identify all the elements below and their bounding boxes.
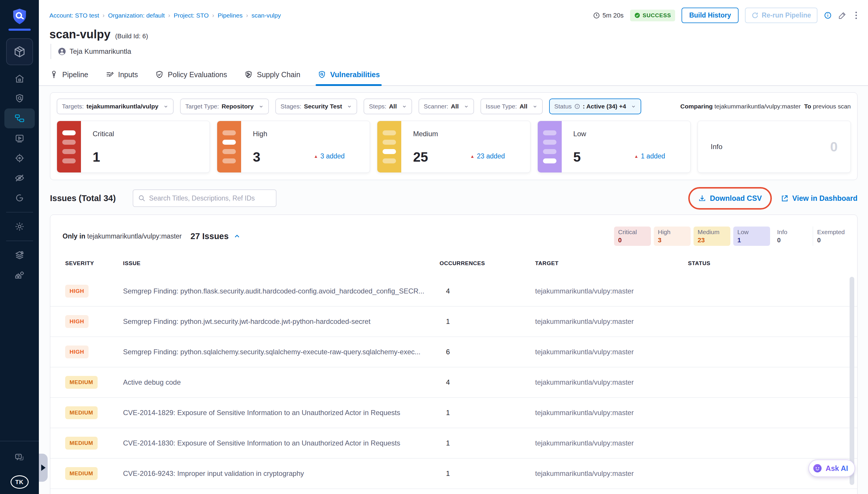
occurrences-value: 1: [440, 439, 535, 447]
sidebar-item-scan-shield[interactable]: [4, 89, 35, 109]
build-history-button[interactable]: Build History: [681, 7, 738, 23]
main-content: Account: STO test›Organization: default›…: [39, 0, 868, 494]
table-row[interactable]: MEDIUM CVE-2014-1830: Exposure of Sensit…: [50, 428, 857, 459]
chip-medium[interactable]: Medium 23: [694, 227, 730, 246]
chevron-down-icon: [259, 104, 264, 109]
harness-sto-logo[interactable]: [8, 7, 31, 31]
breadcrumb-separator: ›: [212, 12, 214, 19]
severity-badge: HIGH: [65, 315, 89, 328]
tab-inputs[interactable]: Inputs: [105, 64, 138, 86]
issue-title: Semgrep Finding: python.flask.security.a…: [123, 287, 440, 295]
column-header-occurrences: OCCURRENCES: [440, 260, 535, 267]
divider: [0, 441, 39, 441]
breadcrumb-separator: ›: [168, 12, 170, 19]
ask-ai-button[interactable]: Ask AI: [808, 459, 855, 477]
clock-icon: [593, 12, 600, 19]
issue-title: CVE-2016-9243: Improper input validation…: [123, 470, 440, 478]
edit-pencil-icon[interactable]: [838, 11, 847, 20]
filter-scanner[interactable]: Scanner: All: [419, 98, 474, 114]
filter-stages[interactable]: Stages: Security Test: [275, 98, 358, 114]
severity-card-info[interactable]: Info 0: [698, 121, 851, 173]
severity-badge: MEDIUM: [65, 467, 98, 480]
table-row[interactable]: MEDIUM CVE-2017-11424: PyJWT: key confus…: [50, 489, 857, 494]
sidebar-item-org-settings[interactable]: [4, 265, 35, 285]
severity-card-medium[interactable]: Medium 25 ▲ 23 added: [377, 121, 530, 173]
user-avatar[interactable]: TK: [11, 475, 28, 489]
severity-badge: MEDIUM: [65, 437, 98, 450]
sidebar-expand-handle[interactable]: [39, 454, 47, 482]
issues-panel: Only in tejakummarikuntla/vulpy:master 2…: [50, 214, 857, 494]
help-chat-icon[interactable]: ?: [4, 448, 35, 468]
download-csv-button[interactable]: Download CSV: [698, 194, 762, 203]
column-header-severity: SEVERITY: [65, 260, 123, 267]
sidebar-item-default-settings[interactable]: [4, 245, 35, 265]
chevron-down-icon: [631, 104, 636, 109]
svg-text:?: ?: [17, 454, 20, 459]
filter-targets[interactable]: Targets: tejakummarikuntla/vulpy: [57, 98, 174, 114]
table-row[interactable]: MEDIUM CVE-2014-1829: Exposure of Sensit…: [50, 398, 857, 428]
sidebar-item-eye-off[interactable]: [4, 168, 35, 188]
target-value: tejakummarikuntla/vulpy:master: [535, 408, 688, 417]
search-input[interactable]: [149, 194, 271, 202]
occurrences-value: 1: [440, 318, 535, 326]
sidebar-item-targets[interactable]: [4, 148, 35, 168]
filter-steps[interactable]: Steps: All: [364, 98, 412, 114]
top-controls: 5m 20s SUCCESS Build History Re-run Pipe…: [593, 7, 859, 23]
table-row[interactable]: HIGH Semgrep Finding: python.sqlalchemy.…: [50, 337, 857, 367]
chip-low[interactable]: Low 1: [733, 227, 770, 246]
info-icon[interactable]: [824, 12, 832, 19]
table-row[interactable]: MEDIUM Active debug code 4 tejakummariku…: [50, 367, 857, 398]
comparing-text: Comparing tejakummarikuntla/vulpy:master…: [680, 103, 851, 110]
divider: [6, 212, 33, 212]
severity-card-high[interactable]: High 3 ▲ 3 added: [217, 121, 370, 173]
module-selector[interactable]: [6, 38, 33, 65]
chevron-down-icon: [533, 104, 538, 109]
ask-ai-label: Ask AI: [826, 464, 848, 473]
sidebar-item-home[interactable]: [4, 69, 35, 89]
view-in-dashboard-button[interactable]: View in Dashboard: [780, 194, 857, 203]
tab-pipeline[interactable]: Pipeline: [50, 64, 88, 86]
search-icon: [138, 194, 146, 202]
kebab-menu-icon[interactable]: [853, 11, 859, 20]
filter-status[interactable]: Status : Active (34) +4: [549, 98, 641, 114]
chip-exempted[interactable]: Exempted 0: [813, 227, 850, 246]
occurrences-value: 6: [440, 348, 535, 356]
chip-high[interactable]: High 3: [654, 227, 691, 246]
scrollbar-thumb[interactable]: [850, 277, 854, 485]
breadcrumb: Account: STO test›Organization: default›…: [50, 12, 281, 19]
sidebar-item-settings[interactable]: [4, 216, 35, 236]
breadcrumb-link[interactable]: Pipelines: [218, 12, 243, 19]
filter-targettype[interactable]: Target Type: Repository: [180, 98, 269, 114]
breadcrumb-link[interactable]: Account: STO test: [50, 12, 99, 19]
sidebar-item-executions[interactable]: [4, 128, 35, 148]
added-delta: ▲ 3 added: [314, 152, 345, 160]
severity-card-critical[interactable]: Critical 1: [57, 121, 210, 173]
filter-issuetype[interactable]: Issue Type: All: [480, 98, 543, 114]
inputs-icon: [105, 70, 114, 79]
table-row[interactable]: MEDIUM CVE-2016-9243: Improper input val…: [50, 459, 857, 489]
build-id: (Build Id: 6): [115, 33, 148, 40]
external-link-icon: [780, 194, 789, 202]
logo-underline: [8, 28, 31, 31]
tab-vulnerabilities[interactable]: Vulnerabilities: [317, 64, 380, 86]
table-row[interactable]: HIGH Semgrep Finding: python.flask.secur…: [50, 276, 857, 307]
issue-title: CVE-2014-1830: Exposure of Sensitive Inf…: [123, 439, 440, 447]
severity-badge: MEDIUM: [65, 406, 98, 419]
filters-card: Targets: tejakummarikuntla/vulpy Target …: [50, 92, 857, 180]
chip-info[interactable]: Info 0: [773, 227, 810, 246]
breadcrumb-link[interactable]: scan-vulpy: [252, 12, 281, 19]
issues-search[interactable]: [133, 189, 276, 207]
tab-policy-evaluations[interactable]: Policy Evaluations: [155, 64, 227, 86]
rerun-pipeline-button[interactable]: Re-run Pipeline: [745, 7, 817, 23]
breadcrumb-link[interactable]: Organization: default: [108, 12, 165, 19]
table-row[interactable]: HIGH Semgrep Finding: python.jwt.securit…: [50, 307, 857, 337]
chip-critical[interactable]: Critical 0: [614, 227, 651, 246]
sidebar-item-power[interactable]: [4, 188, 35, 208]
tab-supply-chain[interactable]: Supply Chain: [244, 64, 301, 86]
sidebar-item-pipelines[interactable]: [4, 109, 35, 128]
severity-card-low[interactable]: Low 5 ▲ 1 added: [538, 121, 691, 173]
target-value: tejakummarikuntla/vulpy:master: [535, 318, 688, 326]
collapse-chevron-icon[interactable]: [233, 232, 241, 240]
breadcrumb-link[interactable]: Project: STO: [174, 12, 209, 19]
occurrences-value: 1: [440, 470, 535, 478]
